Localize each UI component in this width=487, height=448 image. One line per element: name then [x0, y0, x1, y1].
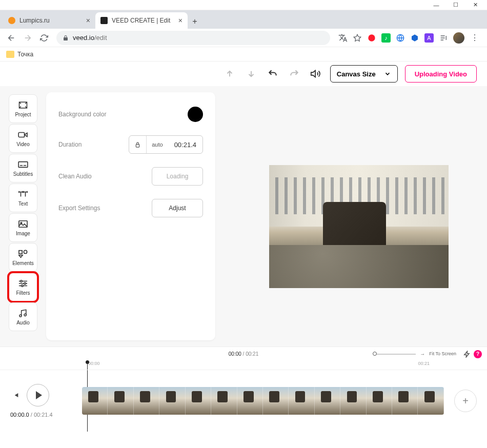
arrow-right-icon: →	[420, 351, 425, 357]
track-thumbnail	[82, 387, 108, 415]
sidebar-item-video[interactable]: Video	[9, 124, 37, 153]
reload-button[interactable]	[37, 31, 51, 45]
redo-button[interactable]	[287, 67, 301, 81]
back-button[interactable]	[4, 31, 18, 45]
bookmarks-bar: Точка	[0, 47, 487, 62]
window-titlebar: — ☐ ✕	[0, 0, 487, 10]
window-close[interactable]: ✕	[465, 0, 485, 10]
bookmark-item[interactable]: Точка	[17, 51, 33, 58]
tab-title: Lumpics.ru	[19, 17, 83, 24]
favicon-icon	[100, 17, 108, 24]
playback-time: 00:00.0 / 00:21.4	[10, 412, 53, 418]
playhead[interactable]	[87, 361, 88, 370]
sidebar-item-elements[interactable]: Elements	[9, 243, 37, 272]
canvas-size-dropdown[interactable]: Canvas Size	[330, 65, 398, 83]
window-maximize[interactable]: ☐	[446, 0, 465, 10]
sidebar-item-image[interactable]: Image	[9, 213, 37, 242]
audio-icon	[17, 308, 29, 318]
zoom-handle[interactable]	[373, 352, 377, 356]
volume-button[interactable]	[309, 67, 323, 81]
filters-icon	[17, 278, 29, 289]
new-tab-button[interactable]: +	[188, 14, 202, 29]
opera-icon[interactable]	[367, 33, 376, 43]
export-adjust-button[interactable]: Adjust	[152, 199, 203, 217]
browser-tab-lumpics[interactable]: Lumpics.ru ×	[3, 12, 95, 29]
arrow-down-icon[interactable]	[244, 67, 258, 81]
close-icon[interactable]: ×	[86, 16, 90, 25]
lock-icon[interactable]	[129, 136, 147, 153]
ext-green-icon[interactable]: ♪	[381, 33, 391, 43]
arrow-up-icon[interactable]	[222, 67, 237, 81]
ext-globe-icon[interactable]	[396, 33, 405, 43]
window-minimize[interactable]: —	[427, 0, 446, 10]
sidebar-item-label: Subtitles	[13, 171, 33, 177]
browser-toolbar: veed.io/edit ♪ A ⋮	[0, 29, 487, 47]
svg-rect-3	[18, 133, 25, 137]
tool-sidebar: Project Video Subtitles Text Image	[0, 86, 46, 347]
svg-rect-14	[136, 144, 139, 147]
forward-button[interactable]	[21, 31, 35, 45]
canvas-size-label: Canvas Size	[337, 70, 376, 78]
help-button[interactable]: ?	[474, 350, 482, 358]
extension-icons: ♪ A ⋮	[335, 32, 483, 44]
track-thumbnail	[289, 387, 314, 415]
sidebar-item-label: Filters	[16, 290, 30, 296]
duration-input[interactable]: auto 00:21.4	[129, 135, 203, 154]
track-thumbnail	[367, 387, 392, 415]
skip-to-start-button[interactable]	[10, 390, 21, 400]
app-toolbar: Canvas Size Uploading Video	[0, 62, 487, 86]
sidebar-item-project[interactable]: Project	[9, 94, 37, 123]
ext-cube-icon[interactable]	[410, 33, 419, 43]
timeline-time-readout: 00:00 / 00:21	[229, 351, 258, 357]
browser-tabstrip: Lumpics.ru × VEED CREATE | Edit × +	[0, 10, 487, 29]
zoom-slider[interactable]	[375, 354, 416, 355]
ruler-tick: 00:00	[88, 361, 100, 366]
folder-icon	[6, 51, 14, 58]
favicon-icon	[8, 17, 15, 24]
video-preview[interactable]	[269, 165, 449, 288]
sidebar-item-subtitles[interactable]: Subtitles	[9, 154, 37, 182]
undo-button[interactable]	[266, 67, 280, 81]
ext-purple-icon[interactable]: A	[424, 33, 434, 43]
sidebar-item-audio[interactable]: Audio	[9, 302, 37, 331]
clean-audio-button[interactable]: Loading	[152, 167, 203, 186]
sidebar-item-label: Elements	[12, 260, 34, 266]
browser-menu-icon[interactable]: ⋮	[470, 33, 480, 43]
track-thumbnail	[392, 387, 418, 415]
main-area: Project Video Subtitles Text Image	[0, 86, 487, 347]
sidebar-item-text[interactable]: Text	[9, 184, 37, 212]
reading-list-icon[interactable]	[439, 33, 448, 43]
track-thumbnail	[186, 387, 211, 415]
track-thumbnail	[108, 387, 133, 415]
lock-icon	[63, 35, 69, 41]
translate-icon[interactable]	[338, 33, 348, 43]
svg-point-13	[24, 314, 26, 316]
star-icon[interactable]	[353, 33, 362, 43]
sidebar-item-filters[interactable]: Filters	[9, 273, 37, 301]
bg-color-swatch[interactable]	[188, 107, 203, 122]
track-thumbnail	[315, 387, 340, 415]
track-thumbnail	[134, 387, 159, 415]
svg-point-12	[19, 315, 22, 317]
track-thumbnail	[263, 387, 289, 415]
fit-to-screen-button[interactable]: Fit To Screen	[429, 352, 456, 357]
zoom-control[interactable]: → Fit To Screen	[375, 351, 456, 357]
split-icon[interactable]	[463, 351, 471, 358]
playback-controls: 00:00.0 / 00:21.4	[10, 384, 77, 418]
profile-avatar[interactable]	[453, 32, 464, 44]
timeline-ruler[interactable]: 00:00 00:21	[0, 361, 487, 370]
svg-rect-4	[18, 162, 28, 168]
duration-auto: auto	[147, 141, 168, 148]
export-label: Export Settings	[58, 205, 100, 212]
address-bar[interactable]: veed.io/edit	[56, 31, 330, 45]
add-track-button[interactable]: +	[454, 390, 477, 412]
play-button[interactable]	[27, 384, 49, 406]
track-thumbnail	[237, 387, 263, 415]
browser-tab-veed[interactable]: VEED CREATE | Edit ×	[95, 12, 188, 29]
close-icon[interactable]: ×	[178, 16, 182, 25]
uploading-video-button[interactable]: Uploading Video	[405, 65, 477, 83]
track-thumbnail	[340, 387, 366, 415]
image-icon	[17, 219, 29, 229]
video-track[interactable]	[82, 387, 444, 415]
sidebar-item-label: Video	[16, 141, 29, 147]
